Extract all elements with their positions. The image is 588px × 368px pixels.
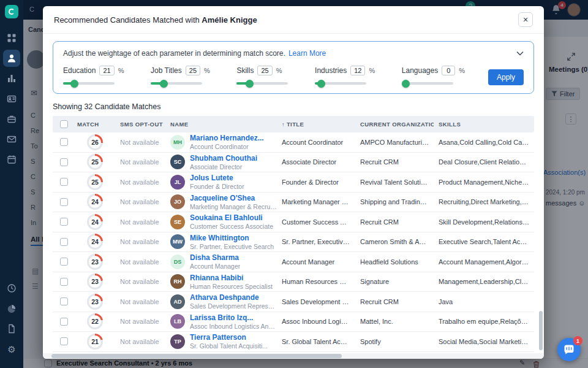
table-body: 26 Not available MH Mariano Hernandez...… bbox=[53, 132, 534, 359]
match-score-value: 25 bbox=[89, 176, 101, 188]
chevron-down-icon[interactable] bbox=[516, 51, 524, 56]
row-checkbox[interactable] bbox=[60, 258, 68, 266]
vertical-scrollbar[interactable] bbox=[539, 311, 543, 350]
select-all-checkbox[interactable] bbox=[60, 120, 68, 128]
match-score-value: 21 bbox=[89, 335, 101, 348]
row-checkbox[interactable] bbox=[60, 297, 68, 305]
param-slider[interactable] bbox=[402, 82, 453, 85]
candidate-subtitle: Marketing Manager & Recruit... bbox=[190, 203, 277, 210]
candidate-name-link[interactable]: Larissa Brito Izq... bbox=[190, 313, 277, 322]
candidate-name-link[interactable]: Shubham Chouthai bbox=[190, 154, 257, 163]
sidebar-item-reports[interactable] bbox=[3, 300, 20, 317]
row-checkbox[interactable] bbox=[60, 138, 68, 146]
table-row[interactable]: 24 Not available SE Soukaina El Bahlouli… bbox=[53, 212, 534, 232]
param-percent-symbol: % bbox=[459, 67, 465, 74]
table-row[interactable]: 25 Not available JL Jolus Lutete Founder… bbox=[53, 172, 534, 193]
sms-opt-out-status: Not available bbox=[115, 238, 165, 245]
candidate-avatar: AD bbox=[170, 294, 185, 309]
candidate-name-link[interactable]: Jacqueline O'Shea bbox=[190, 194, 277, 202]
sidebar-item-apps[interactable] bbox=[3, 29, 20, 47]
row-checkbox[interactable] bbox=[60, 318, 68, 326]
chat-icon bbox=[563, 343, 575, 356]
candidate-name-link[interactable]: Jolus Lutete bbox=[190, 174, 244, 182]
candidate-name-link[interactable]: Atharva Deshpande bbox=[190, 293, 277, 302]
sidebar-item-jobs[interactable] bbox=[3, 110, 20, 128]
horizontal-scrollbar[interactable] bbox=[43, 353, 544, 359]
match-score-ring: 24 bbox=[87, 194, 103, 210]
sms-opt-out-status: Not available bbox=[115, 338, 165, 345]
sidebar-item-calendar[interactable] bbox=[3, 151, 20, 168]
candidate-title: Associate Director bbox=[277, 158, 355, 166]
column-title[interactable]: ↑TITLE bbox=[277, 121, 355, 128]
app-stage: C ? 4 Cand ✉ CReToSCSRIn All D ▤ ☰ Meeti… bbox=[0, 0, 588, 368]
table-row[interactable]: 24 Not available JO Jacqueline O'Shea Ma… bbox=[53, 193, 534, 213]
candidate-name-link[interactable]: Disha Sharma bbox=[190, 253, 240, 262]
param-slider-knob[interactable] bbox=[317, 80, 325, 88]
row-checkbox[interactable] bbox=[60, 178, 68, 186]
param-value-input[interactable]: 12 bbox=[350, 66, 365, 75]
row-checkbox[interactable] bbox=[60, 158, 68, 166]
param-value-input[interactable]: 25 bbox=[257, 66, 272, 75]
sidebar-item-candidates[interactable] bbox=[3, 50, 20, 67]
candidate-name-link[interactable]: Tierra Patterson bbox=[190, 333, 268, 342]
param-slider-knob[interactable] bbox=[160, 80, 168, 88]
candidate-subtitle: Sales Development Represent... bbox=[190, 302, 277, 310]
sidebar-item-companies[interactable] bbox=[3, 70, 20, 87]
table-row[interactable]: 23 Not available RH Rhianna Habibi Human… bbox=[53, 272, 534, 293]
candidate-name-link[interactable]: Soukaina El Bahlouli bbox=[190, 213, 273, 222]
candidates-table: MATCH SMS OPT-OUT NAME ↑TITLE CURRENT OR… bbox=[53, 116, 534, 359]
chat-launcher-button[interactable]: 1 bbox=[557, 338, 581, 361]
row-checkbox[interactable] bbox=[60, 238, 68, 246]
sms-opt-out-status: Not available bbox=[115, 318, 165, 325]
app-logo[interactable] bbox=[5, 5, 18, 18]
candidate-title: Human Resources Special... bbox=[277, 278, 355, 285]
column-current-organization[interactable]: CURRENT ORGANIZATION bbox=[355, 121, 434, 128]
param-slider[interactable] bbox=[63, 82, 115, 85]
param-value-input[interactable]: 25 bbox=[186, 66, 200, 75]
column-sms-opt-out[interactable]: SMS OPT-OUT bbox=[115, 121, 165, 128]
table-row[interactable]: 23 Not available AD Atharva Deshpande Sa… bbox=[53, 292, 534, 312]
param-value-input[interactable]: 0 bbox=[442, 66, 455, 75]
sidebar-item-settings[interactable]: ⚙ bbox=[3, 340, 20, 358]
close-button[interactable]: × bbox=[518, 12, 533, 27]
row-checkbox[interactable] bbox=[60, 198, 68, 206]
param-slider[interactable] bbox=[315, 82, 366, 85]
row-checkbox[interactable] bbox=[60, 218, 68, 226]
sidebar-item-documents[interactable] bbox=[3, 320, 20, 337]
sidebar-item-email[interactable] bbox=[3, 131, 20, 148]
column-name[interactable]: NAME bbox=[165, 121, 277, 128]
candidate-title: Assoc Inbound Logistics A... bbox=[277, 318, 355, 325]
param-slider[interactable] bbox=[236, 82, 288, 85]
param-slider-knob[interactable] bbox=[402, 80, 410, 88]
horizontal-scrollbar-thumb[interactable] bbox=[51, 354, 342, 358]
sidebar-item-contacts[interactable] bbox=[3, 90, 20, 107]
param-value-input[interactable]: 21 bbox=[99, 66, 114, 75]
table-row[interactable]: 25 Not available SC Shubham Chouthai Ass… bbox=[53, 153, 534, 173]
column-match[interactable]: MATCH bbox=[75, 121, 115, 128]
candidate-avatar: MW bbox=[170, 234, 185, 249]
table-row[interactable]: 24 Not available MW Mike Whittington Sr.… bbox=[53, 232, 534, 253]
candidate-title: Account Coordinator bbox=[277, 139, 355, 146]
row-checkbox[interactable] bbox=[60, 337, 68, 345]
param-slider-knob[interactable] bbox=[246, 80, 254, 88]
param-percent-symbol: % bbox=[369, 67, 375, 74]
candidate-skills: Asana,Cold Calling,Cold Calling Exper... bbox=[434, 139, 534, 146]
candidate-name-link[interactable]: Mariano Hernandez... bbox=[190, 134, 264, 142]
candidate-organization: Mattel, Inc. bbox=[355, 318, 434, 325]
table-row[interactable]: 21 Not available TP Tierra Patterson Sr.… bbox=[53, 332, 534, 352]
param-slider-knob[interactable] bbox=[70, 80, 78, 88]
candidate-avatar: SC bbox=[170, 155, 185, 169]
param-slider[interactable] bbox=[151, 82, 202, 85]
learn-more-link[interactable]: Learn More bbox=[288, 49, 326, 58]
candidate-skills: Social Media,Social Marketing,College... bbox=[434, 338, 534, 345]
sidebar-item-activities[interactable] bbox=[3, 280, 20, 297]
candidate-avatar: LB bbox=[170, 314, 185, 329]
table-row[interactable]: 23 Not available DS Disha Sharma Account… bbox=[53, 252, 534, 272]
column-skills[interactable]: SKILLS bbox=[434, 121, 534, 128]
candidate-name-link[interactable]: Rhianna Habibi bbox=[190, 274, 273, 282]
table-row[interactable]: 26 Not available MH Mariano Hernandez...… bbox=[53, 132, 534, 153]
table-row[interactable]: 22 Not available LB Larissa Brito Izq...… bbox=[53, 312, 534, 332]
candidate-name-link[interactable]: Mike Whittington bbox=[190, 234, 274, 242]
apply-button[interactable]: Apply bbox=[488, 69, 524, 85]
row-checkbox[interactable] bbox=[60, 278, 68, 286]
